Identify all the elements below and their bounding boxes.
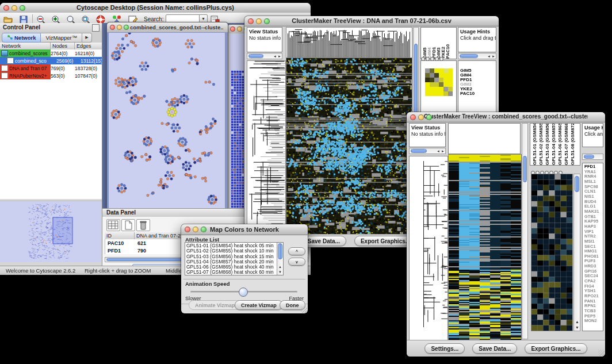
close-button[interactable] — [410, 114, 416, 120]
tv2-column-labels: GPL51-01 (GSM854)GPL51-02 (GSM855)GPL51-… — [530, 123, 580, 166]
tv2-save-data-button[interactable]: Save Data... — [472, 343, 517, 354]
move-down-button[interactable]: v — [288, 258, 305, 266]
tv2-status-hscrollbar[interactable]: ◄► — [409, 148, 446, 154]
close-button[interactable] — [110, 25, 115, 30]
float-panel-icon[interactable] — [92, 24, 100, 32]
tv1-view-status: View StatusNo status info f — [247, 27, 282, 52]
inner-window1-titlebar[interactable]: combined_scores_good.txt--cluste... — [107, 22, 228, 32]
edges-count: 13112(15) — [81, 58, 102, 64]
table-grid-icon[interactable] — [106, 219, 120, 231]
attribute-list-item[interactable]: GPL51-07 (GSM868) heat shock 60 min — [185, 270, 276, 275]
array-label[interactable]: GPL51-06 (GSM865) — [557, 124, 564, 165]
gene-label[interactable]: PAC10 — [460, 91, 496, 96]
tv2-column-dendrogram[interactable] — [448, 123, 521, 154]
network-canvas[interactable] — [109, 33, 225, 208]
array-label[interactable]: GPL51-01 (GSM854) — [532, 124, 538, 165]
network-overview[interactable] — [0, 201, 101, 262]
network-table-row[interactable]: DNA and Tran 07769(0)183728(0) — [0, 64, 102, 72]
nodes-count: 2569(6) — [56, 58, 81, 64]
tv2-heatmap[interactable] — [448, 154, 522, 340]
minimize-button[interactable] — [256, 18, 262, 24]
col-network[interactable]: Network — [0, 43, 51, 49]
array-label[interactable]: GPL51-02 (GSM855) — [538, 124, 545, 165]
nodes-count: 2764(0) — [51, 51, 75, 56]
status-zoom-hint: Right-click + drag to ZOOM — [85, 267, 151, 274]
col-edges[interactable]: Edges — [75, 43, 102, 49]
dialog-title-bar[interactable]: Map Colors to Network — [181, 224, 308, 235]
close-button[interactable] — [3, 5, 9, 11]
dialog-resize-grip[interactable] — [301, 306, 307, 313]
attribute-listbox[interactable]: GPL51-01 (GSM854) heat shock 05 minGPL51… — [185, 242, 284, 275]
col-id[interactable]: ID — [105, 232, 135, 239]
new-attribute-icon[interactable] — [121, 219, 135, 231]
tv2-detail-heatmap[interactable] — [531, 174, 573, 331]
status-welcome: Welcome to Cytoscape 2.6.2 — [6, 267, 75, 274]
edges-count: 16218(0) — [75, 51, 102, 56]
trash-icon[interactable] — [136, 219, 150, 231]
matrix-cell — [430, 82, 434, 87]
network-table-row[interactable]: combined_scores2764(0)16218(0) — [0, 49, 102, 57]
tv1-title-bar[interactable]: ClusterMaker TreeView : DNA and Tran 07-… — [244, 16, 499, 26]
inner-window1-title: combined_scores_good.txt--cluste... — [130, 24, 223, 30]
array-label[interactable]: PAC10 — [445, 28, 450, 59]
tv2-title-bar[interactable]: ClusterMaker TreeView : combined_scores_… — [407, 112, 605, 122]
zoom-button[interactable] — [124, 25, 129, 30]
network-name-cell: combined_sco — [0, 57, 56, 64]
minimize-button[interactable] — [193, 227, 198, 232]
close-button[interactable] — [230, 26, 235, 32]
array-label[interactable]: GPL51-04 (GSM857) — [551, 124, 557, 165]
tab-network[interactable]: Network — [2, 33, 41, 43]
matrix-cell — [430, 91, 434, 96]
tv2-export-graphics-button[interactable]: Export Graphics... — [525, 343, 587, 354]
col-nodes[interactable]: Nodes — [51, 43, 75, 49]
tv1-status-hscrollbar[interactable]: ◄► — [247, 53, 282, 59]
gene-label[interactable]: MON2 — [584, 319, 603, 324]
tv2-view-status: View StatusNo status info f — [409, 123, 446, 147]
close-button[interactable] — [185, 227, 190, 232]
create-vizmap-button[interactable]: Create Vizmap — [235, 300, 283, 310]
close-button[interactable] — [248, 18, 254, 24]
matrix-cell — [448, 82, 453, 87]
tv1-row-dendrogram[interactable] — [247, 60, 286, 236]
tv2-detail-vscrollbar[interactable]: ▲ ▼ — [573, 174, 580, 331]
network-table-row[interactable]: combined_sco2569(6)13112(15) — [0, 57, 102, 64]
main-title-bar[interactable]: Cytoscape Desktop (Session Name: collins… — [0, 3, 311, 13]
tv2-vscrollbar[interactable] — [522, 123, 528, 339]
array-label[interactable]: GPL51-07 (GSM868) — [564, 124, 570, 165]
matrix-cell — [430, 87, 434, 91]
tab-vizmapper[interactable]: VizMapper™ — [41, 33, 82, 43]
minimize-button[interactable] — [418, 114, 424, 120]
matrix-cell — [439, 73, 443, 78]
network-table-row[interactable]: RNAPuberNov2+563(0)107847(0) — [0, 72, 102, 79]
minimize-button[interactable] — [237, 26, 242, 32]
network-list: combined_scores2764(0)16218(0)combined_s… — [0, 49, 102, 200]
tv1-column-dendrogram[interactable] — [286, 27, 412, 58]
speed-slider-thumb[interactable] — [239, 288, 248, 297]
minimize-button[interactable] — [117, 25, 122, 30]
array-label[interactable]: GPL51-03 (GSM856) — [545, 124, 551, 165]
array-label[interactable]: GPL51-08 (GSM872) — [570, 124, 576, 165]
tv1-save-data-button[interactable]: Save Data... — [301, 236, 346, 246]
row-id: PAC10 — [105, 240, 137, 246]
network-tab-icon — [7, 35, 13, 40]
zoom-button[interactable] — [20, 5, 25, 11]
zoom-button[interactable] — [264, 18, 270, 24]
tv2-zoom-buttons[interactable] — [531, 167, 563, 172]
tv1-zoom-buttons[interactable] — [421, 53, 444, 58]
tv1-heatmap[interactable] — [286, 58, 412, 236]
minimize-button[interactable] — [12, 5, 17, 11]
tv2-settings-button[interactable]: Settings... — [424, 343, 465, 354]
tab-more-button[interactable]: ▶ — [82, 33, 91, 43]
resize-grip[interactable] — [598, 350, 605, 356]
tv2-row-dendrogram[interactable] — [409, 156, 448, 340]
zoom-button[interactable] — [426, 114, 432, 120]
zoom-button[interactable] — [201, 227, 206, 232]
tv1-usage-hints: Usage HintsClick and drag to — [458, 27, 496, 52]
tv1-hints-hscrollbar[interactable]: ◄► — [458, 53, 496, 59]
matrix-cell — [443, 87, 448, 91]
animate-vizmap-button[interactable]: Animate Vizmap — [189, 300, 241, 310]
map-colors-dialog: Map Colors to Network Attribute List GPL… — [181, 224, 308, 313]
move-up-button[interactable]: ^ — [288, 247, 305, 255]
tv2-hints-hscrollbar[interactable] — [582, 154, 603, 160]
edges-count: 107847(0) — [75, 73, 102, 79]
